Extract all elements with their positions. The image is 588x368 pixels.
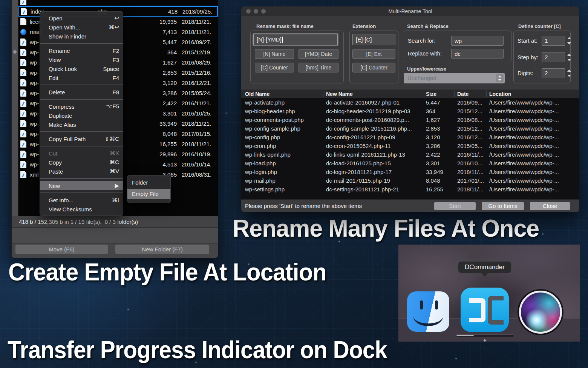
digits-stepper-icon[interactable] — [567, 68, 571, 78]
context-menu-item[interactable]: Paste ⌘V — [40, 167, 123, 176]
cell-size: 8,048 — [426, 176, 454, 185]
context-menu-item[interactable]: Delete F8 — [40, 88, 123, 97]
menu-item-shortcut: ⌘I — [112, 197, 119, 203]
rename-table-row[interactable]: wp-activate.php dc-activate-20160927.php… — [241, 98, 579, 107]
rename-table-row[interactable]: wp-settings.php dc-settings-20181121.php… — [241, 185, 579, 194]
digits-input[interactable]: 2 — [542, 68, 565, 78]
mask-time-button[interactable]: [hms] Time — [299, 63, 338, 72]
rename-table-row[interactable]: wp-blog-header.php dc-blog-header-201512… — [241, 107, 579, 115]
finder-icon[interactable] — [407, 291, 449, 332]
dcommander-icon[interactable] — [461, 288, 509, 332]
context-menu-item[interactable]: Show in Finder — [40, 32, 123, 41]
close-traffic-light[interactable] — [246, 9, 251, 14]
dropdown-arrows-icon[interactable] — [496, 74, 504, 82]
caption-create-empty-file: Create Empty File At Location — [8, 258, 326, 286]
dock-progress-bar — [456, 334, 514, 337]
context-menu-item[interactable]: Rename F2 — [40, 46, 123, 55]
siri-icon[interactable] — [519, 291, 562, 334]
case-label: Upper/lowercase — [407, 66, 446, 72]
go-to-items-button[interactable]: Go to Items — [482, 202, 524, 210]
rename-table-row[interactable]: wp-cron.php dc-cron-20150524.php-11 3,28… — [241, 142, 579, 150]
header-size[interactable]: Size — [426, 89, 436, 99]
extension-group-label: Extension — [352, 23, 376, 29]
context-menu-item[interactable]: Quick Look Space — [40, 64, 123, 73]
mask-counter-button[interactable]: [C] Counter — [255, 63, 294, 72]
submenu-item[interactable]: Empty File — [127, 189, 170, 199]
context-menu-item[interactable]: View F3 — [40, 55, 123, 64]
cell-old-name: wp-settings.php — [245, 185, 322, 194]
dialog-titlebar[interactable]: Multi-Rename Tool — [241, 6, 579, 16]
rename-table-row[interactable]: wp-load.php dc-load-20161025.php-15 3,30… — [241, 159, 579, 168]
file-size: 8,048 — [139, 131, 177, 137]
rename-table-row[interactable]: wp-config-sample.php dc-config-sample-20… — [241, 124, 579, 133]
rename-table-row[interactable]: wp-config.php dc-config-20161221.php-09 … — [241, 133, 579, 142]
extension-counter-button[interactable]: [C] Counter — [352, 63, 395, 72]
cell-old-name: wp-load.php — [245, 159, 322, 168]
start-button[interactable]: Start — [434, 202, 476, 210]
menu-item-label: Rename — [49, 48, 70, 54]
rename-table-body[interactable]: wp-activate.php dc-activate-20160927.php… — [241, 98, 579, 199]
file-date: 2016/10/25. — [182, 110, 218, 117]
cell-old-name: wp-login.php — [245, 168, 322, 176]
context-menu-item[interactable]: Edit F4 — [40, 73, 123, 82]
rename-table-row[interactable]: wp-login.php dc-login-20181121.php-17 33… — [241, 168, 579, 176]
context-menu-item[interactable] — [40, 178, 123, 179]
extension-ext-button[interactable]: [E] Ext — [352, 49, 395, 59]
step-by-stepper-icon[interactable] — [567, 52, 571, 62]
file-icon — [20, 69, 26, 76]
context-menu-item[interactable]: New ▶ — [40, 181, 123, 190]
file-icon — [20, 38, 26, 46]
cell-location: /Users/fire/www/wpdc/wp-... — [489, 168, 577, 176]
file-size: 29,896 — [139, 151, 177, 157]
extension-mask-input[interactable]: [E]-[C] — [352, 34, 395, 45]
context-menu-item[interactable] — [40, 99, 123, 100]
move-button[interactable]: Move (F6) — [15, 245, 108, 254]
context-menu-item[interactable]: Cut ⌘X — [40, 149, 123, 158]
context-menu-item[interactable]: Get Info... ⌘I — [40, 196, 123, 205]
context-menu-item[interactable] — [40, 43, 123, 44]
rename-mask-input[interactable]: [N]-[YMD] — [253, 34, 338, 45]
rename-table-row[interactable]: wp-links-opml.php dc-links-opml-20161121… — [241, 150, 579, 159]
start-at-stepper-icon[interactable] — [567, 36, 571, 46]
rename-table-row[interactable]: wp-mail.php dc-mail-20170115.php-19 8,04… — [241, 176, 579, 185]
context-menu-item[interactable]: Open With... ⌘↩ — [40, 23, 123, 32]
close-button[interactable]: Close — [530, 202, 570, 210]
case-dropdown[interactable]: Unchanged — [404, 73, 505, 83]
menu-item-shortcut: ⌘C — [109, 159, 119, 166]
splitter-grip[interactable] — [13, 50, 17, 54]
context-menu-item[interactable] — [40, 192, 123, 193]
zoom-traffic-light[interactable] — [261, 9, 266, 14]
submenu-item[interactable]: Folder — [127, 178, 170, 188]
header-new-name[interactable]: New Name — [326, 89, 353, 99]
menu-item-label: Get Info... — [49, 197, 74, 203]
minimize-traffic-light[interactable] — [254, 9, 258, 14]
search-for-input[interactable]: wp — [451, 36, 504, 46]
replace-with-input[interactable]: dc — [451, 49, 504, 59]
step-by-input[interactable]: 2 — [542, 52, 565, 62]
context-menu-item[interactable] — [40, 131, 123, 132]
step-by-label: Step by: — [518, 52, 538, 62]
context-menu-item[interactable]: Open ↩ — [40, 14, 123, 23]
new-folder-button[interactable]: New Folder (F7) — [115, 245, 209, 254]
file-date: 2015/05/24. — [182, 90, 218, 96]
context-menu-item[interactable]: View Checksums — [40, 205, 123, 214]
header-location[interactable]: Location — [489, 89, 511, 99]
context-menu-item[interactable] — [40, 146, 123, 146]
context-menu-item[interactable]: Make Alias — [40, 120, 123, 129]
context-menu-item[interactable] — [40, 85, 123, 85]
pane-splitter[interactable] — [12, 0, 18, 216]
context-menu-item[interactable]: Duplicate — [40, 111, 123, 120]
header-date[interactable]: Date — [457, 89, 469, 99]
start-at-input[interactable]: 1 — [542, 36, 565, 46]
context-menu-item[interactable]: Copy ⌘C — [40, 158, 123, 167]
file-date: 2015/12/19. — [182, 49, 218, 55]
header-old-name[interactable]: Old Name — [245, 89, 270, 99]
mask-date-button[interactable]: [YMD] Date — [299, 49, 338, 59]
dock-tooltip-arrow — [482, 273, 488, 280]
rename-table-row[interactable]: wp-comments-post.php dc-comments-post-20… — [241, 115, 579, 124]
cell-date: 2016/11/... — [457, 150, 486, 159]
context-menu-item[interactable]: Compress ⌥F5 — [40, 102, 123, 111]
file-row[interactable] — [18, 0, 218, 6]
mask-name-button[interactable]: [N] Name — [255, 49, 294, 59]
context-menu-item[interactable]: Copy Full Path ⇧⌘C — [40, 134, 123, 143]
